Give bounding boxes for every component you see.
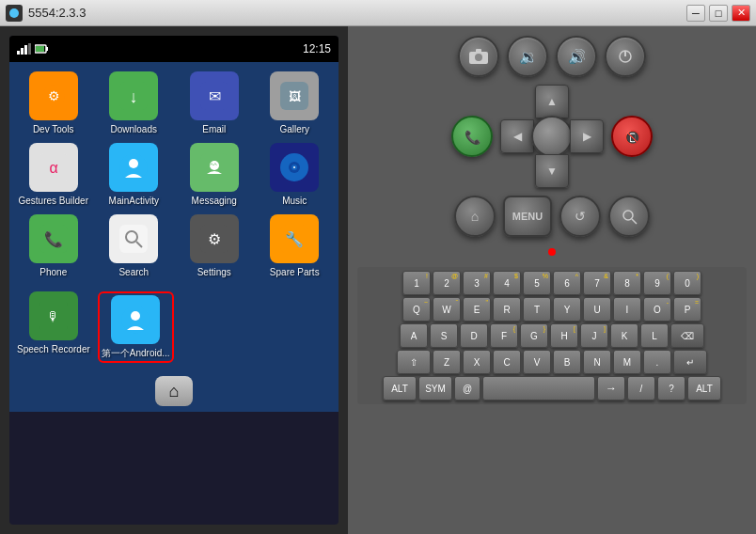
app-settings[interactable]: ⚙ Settings xyxy=(178,214,251,278)
key-del[interactable]: ⌫ xyxy=(670,323,704,348)
key-enter[interactable]: ↵ xyxy=(673,350,707,374)
nav-home-button[interactable]: ⌂ xyxy=(454,196,496,237)
key-z[interactable]: Z xyxy=(433,350,461,374)
nav-back-button[interactable]: ↺ xyxy=(559,196,601,237)
key-dot[interactable]: . xyxy=(643,350,671,374)
end-call-button[interactable]: 📵 xyxy=(611,116,653,157)
app-speechrecorder[interactable]: 🎙 Speech Recorder xyxy=(17,291,90,355)
key-sym[interactable]: SYM xyxy=(418,376,452,400)
close-button[interactable]: ✕ xyxy=(732,5,750,22)
svg-rect-2 xyxy=(21,48,24,55)
key-alt-right[interactable]: ALT xyxy=(687,376,721,400)
power-button[interactable] xyxy=(605,36,646,77)
camera-button[interactable] xyxy=(458,36,499,77)
key-e[interactable]: "E xyxy=(463,297,491,322)
key-2[interactable]: @2 xyxy=(433,271,461,295)
key-9[interactable]: (9 xyxy=(643,271,671,295)
app-spareparts[interactable]: 🔧 Spare Parts xyxy=(259,214,332,278)
key-arrow-right[interactable]: → xyxy=(597,376,625,400)
key-r[interactable]: R xyxy=(493,297,521,322)
dpad-up-button[interactable]: ▲ xyxy=(535,85,569,118)
key-k[interactable]: K xyxy=(610,323,638,348)
home-button[interactable]: ⌂ xyxy=(155,376,193,406)
volume-down-button[interactable]: 🔉 xyxy=(507,36,548,77)
key-b[interactable]: B xyxy=(553,350,581,374)
svg-text:🔧: 🔧 xyxy=(285,230,304,248)
keyboard-row-asdf: A S D {F }G [H ]J K L ⌫ xyxy=(361,323,743,348)
app-messaging[interactable]: ^^ Messaging xyxy=(178,143,251,207)
key-u[interactable]: U xyxy=(583,297,611,322)
dpad-center-button[interactable] xyxy=(531,116,573,157)
key-d[interactable]: D xyxy=(460,323,488,348)
svg-text:↓: ↓ xyxy=(130,87,138,106)
app-devtools[interactable]: ⚙ Dev Tools xyxy=(17,71,90,135)
call-button[interactable]: 📞 xyxy=(451,116,493,157)
key-question[interactable]: ? xyxy=(657,376,685,400)
app-email[interactable]: ✉ Email xyxy=(178,71,251,135)
key-5[interactable]: %5 xyxy=(523,271,551,295)
key-shift[interactable]: ⇧ xyxy=(397,350,431,374)
key-n[interactable]: N xyxy=(583,350,611,374)
app-mainactivity[interactable]: MainActivity xyxy=(98,143,171,207)
key-8[interactable]: *8 xyxy=(613,271,641,295)
nav-search-button[interactable] xyxy=(608,196,650,237)
key-w[interactable]: ˜W xyxy=(433,297,461,322)
key-a[interactable]: A xyxy=(400,323,428,348)
main-area: 12:15 ⚙ Dev Tools ↓ Downloads xyxy=(0,26,756,534)
key-q[interactable]: ~Q xyxy=(402,297,431,322)
app-grid: ⚙ Dev Tools ↓ Downloads ✉ Email xyxy=(9,62,339,288)
key-1[interactable]: !1 xyxy=(402,271,431,295)
dpad-left-button[interactable]: ◀ xyxy=(500,119,534,153)
app-gestures[interactable]: α Gestures Builder xyxy=(17,143,90,207)
minimize-button[interactable]: ─ xyxy=(686,5,705,22)
app-android-first[interactable]: 第一个Android... xyxy=(98,291,174,363)
nav-menu-button[interactable]: MENU xyxy=(503,196,552,237)
svg-rect-6 xyxy=(46,47,48,51)
key-c[interactable]: C xyxy=(493,350,521,374)
phone-panel: 12:15 ⚙ Dev Tools ↓ Downloads xyxy=(0,26,348,534)
svg-rect-42 xyxy=(476,49,481,53)
key-y[interactable]: Y xyxy=(553,297,581,322)
key-0[interactable]: )0 xyxy=(673,271,701,295)
bottom-apps-row: 🎙 Speech Recorder 第一个Android... xyxy=(9,288,339,370)
app-music[interactable]: Music xyxy=(259,143,332,207)
app-icon xyxy=(6,5,23,22)
key-g[interactable]: }G xyxy=(520,323,548,348)
app-gallery[interactable]: 🖼 Gallery xyxy=(259,71,332,135)
downloads-icon: ↓ xyxy=(109,71,158,120)
key-p[interactable]: =P xyxy=(673,297,701,322)
svg-point-39 xyxy=(131,311,140,321)
key-v[interactable]: V xyxy=(523,350,551,374)
app-search[interactable]: Search xyxy=(98,214,171,278)
key-7[interactable]: &7 xyxy=(583,271,611,295)
key-s[interactable]: S xyxy=(430,323,458,348)
dpad-area: 📞 ▲ ◀ ▶ ▼ 📵 xyxy=(357,85,747,188)
key-at[interactable]: @ xyxy=(454,376,480,400)
dpad-down-button[interactable]: ▼ xyxy=(535,154,569,188)
svg-text:🎙: 🎙 xyxy=(47,309,60,324)
key-alt-left[interactable]: ALT xyxy=(383,376,417,400)
svg-point-49 xyxy=(623,211,633,220)
key-x[interactable]: X xyxy=(463,350,491,374)
key-3[interactable]: #3 xyxy=(463,271,491,295)
app-phone[interactable]: 📞 Phone xyxy=(17,214,90,278)
key-space[interactable] xyxy=(482,376,595,400)
dpad-right-button[interactable]: ▶ xyxy=(570,119,604,153)
key-4[interactable]: $4 xyxy=(493,271,521,295)
app-downloads[interactable]: ↓ Downloads xyxy=(98,71,171,135)
signal-icon xyxy=(17,43,32,55)
key-i[interactable]: I xyxy=(613,297,641,322)
key-t[interactable]: T xyxy=(523,297,551,322)
volume-up-button[interactable]: 🔊 xyxy=(556,36,597,77)
key-h[interactable]: [H xyxy=(550,323,578,348)
spareparts-icon: 🔧 xyxy=(270,214,319,263)
key-f[interactable]: {F xyxy=(490,323,518,348)
key-slash[interactable]: / xyxy=(627,376,655,400)
key-l[interactable]: L xyxy=(640,323,669,348)
key-j[interactable]: ]J xyxy=(580,323,608,348)
maximize-button[interactable]: □ xyxy=(709,5,728,22)
key-o[interactable]: -O xyxy=(643,297,671,322)
right-panel: 🔉 🔊 📞 ▲ ◀ ▶ ▼ 📵 xyxy=(348,26,756,534)
key-m[interactable]: M xyxy=(613,350,641,374)
key-6[interactable]: ^6 xyxy=(553,271,581,295)
